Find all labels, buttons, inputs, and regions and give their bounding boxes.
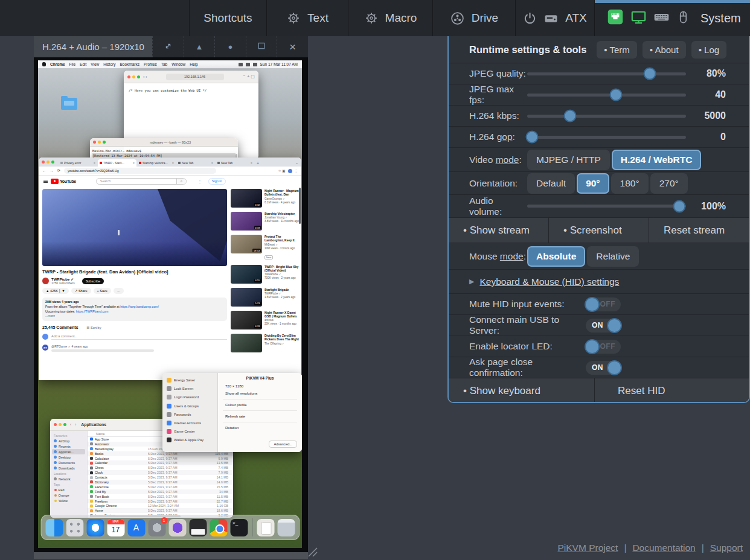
screenshot-button[interactable]: • Screenshot [548,218,649,243]
h264-gop-value: 0 [694,132,726,142]
nav-system-button[interactable]: System [594,0,750,36]
support-link[interactable]: Support [710,542,743,553]
stream-window-titlebar[interactable]: H.264 + Audio – 1920x10 ▲ ● × [34,36,308,57]
video-thumbnail: 5:23 [231,288,262,307]
orientation-option[interactable]: 90° [577,173,609,194]
jpeg-fps-label: JPEG max fps: [469,84,527,106]
dock-documents-icon [257,519,274,536]
toggle-state-label: OFF [600,342,616,351]
stream-fullscreen-button[interactable] [152,36,184,57]
mode-help-link[interactable]: mode [500,251,524,261]
desktop-folder-icon [61,98,77,110]
nav-atx-button[interactable]: ATX [515,0,594,36]
nav-macro-button[interactable]: Macro [348,0,432,36]
hid-settings-link[interactable]: Keyboard & Mouse (HID) settings [479,276,619,287]
orientation-option[interactable]: 270° [650,173,688,194]
video-mode-options: MJPEG / HTTPH.264 / WebRTC [527,150,701,170]
settings-sidebar-item: Internet Accounts [165,419,215,427]
finder-sidebar: Favourites AirDrop [50,431,88,518]
mouse-mode-option[interactable]: Relative [587,246,639,267]
more-button: ··· [114,288,124,294]
toggle-switch[interactable]: OFF [586,340,621,354]
toggle-state-label: ON [592,363,603,372]
stream-video-area[interactable]: ‹ › 192.168.1.146 ⌃ + ▢ /* Here you can … [34,57,308,552]
reset-stream-button[interactable]: Reset stream [649,218,749,243]
slider-thumb[interactable] [643,68,656,80]
show-stream-button[interactable]: • Show stream [449,218,548,243]
safari-toolbar: ‹ › 192.168.1.146 ⌃ + ▢ [124,71,258,83]
toggle-knob[interactable] [607,360,622,375]
slider-thumb[interactable] [673,200,686,212]
h264-kbps-slider[interactable] [527,115,686,118]
settings-item-icon [167,386,171,391]
mouse-mode-option[interactable]: Absolute [527,246,585,267]
nav-text-button[interactable]: Text [266,0,348,36]
reset-hid-button[interactable]: Reset HID [594,378,749,403]
video-mode-option[interactable]: MJPEG / HTTP [527,150,610,170]
jpeg-quality-label: JPEG quality: [469,68,527,79]
slider-thumb[interactable] [564,110,577,122]
mode-help-link[interactable]: mode [496,154,519,165]
video-duration: 4:55 [254,279,261,282]
nav-shortcuts-button[interactable]: Shortcuts [189,0,266,36]
show-keyboard-button[interactable]: • Show keyboard [449,378,594,403]
toggle-label: Mute HID input events: [469,299,586,310]
finder-sidebar-item: Applicati... [52,449,85,454]
about-button[interactable]: • About [643,41,686,59]
toggle-knob[interactable] [585,297,600,312]
jpeg-fps-slider[interactable] [527,94,686,97]
tab-favicon [139,162,141,164]
log-button[interactable]: • Log [691,41,726,59]
youtube-sidebar: 4:32 Night Runner - Magnum Bullets (feat… [231,189,300,357]
video-mode-option[interactable]: H.264 / WebRTC [612,150,702,170]
nav-shortcuts-label: Shortcuts [204,11,252,25]
terminal-line: Masina-Mac-mini:~ mdevaev$ [92,148,236,153]
video-actions: ▲ 425K │ ▼ ↗ Share + Save ··· [42,288,227,294]
toggle-knob[interactable] [585,339,600,354]
menubar-item: Bookmarks [120,62,139,66]
settings-sidebar-item: Passwords [165,410,215,419]
toggle-switch[interactable]: ON [586,319,621,332]
h264-gop-slider[interactable] [527,136,686,139]
suggested-video-channel: TWRPtube ✓ [264,273,300,276]
tab-close-icon: × [172,161,174,165]
monitor-status-icon [630,9,647,28]
audio-volume-slider[interactable] [527,205,686,208]
documentation-link[interactable]: Documentation [632,542,695,553]
orientation-option[interactable]: Default [527,173,575,194]
suggested-video-title: Starlight Brigade [264,288,300,291]
gear-icon [286,11,301,25]
stream-raise-button[interactable]: ▲ [184,36,215,57]
resize-handle[interactable] [307,546,319,560]
finder-tag-item: Red [52,487,85,492]
macos-dock: MAR 17 A 1 >_ [40,515,300,540]
suggested-video-channel: The Offspring ✓ [264,342,300,345]
pikvm-project-link[interactable]: PiKVM Project [557,542,618,553]
slider-thumb[interactable] [610,89,623,101]
slider-thumb[interactable] [525,131,538,144]
suggested-video-meta: 700K views · 2 years ago [264,276,300,279]
orientation-option[interactable]: 180° [611,173,649,194]
nav-drive-button[interactable]: Drive [432,0,515,36]
nav-text-label: Text [307,11,329,25]
dock-appstore-icon: A [127,519,145,536]
stream-close-button[interactable]: × [277,36,308,57]
file-date: 5 Dec 2023, 9:37 AM [148,490,204,494]
toggle-switch[interactable]: ON [586,361,621,375]
toggle-knob[interactable] [607,318,622,333]
stream-maximize-button[interactable] [246,36,277,57]
menubar-clock: Sun 17 Mar 11:07 AM [260,62,298,66]
finder-file-row: Calculator 5 Dec 2023, 9:37 AM 9.9 MB [88,456,233,461]
file-date: 12 Mar 2024, 3:24 AM [148,504,204,508]
toggle-label: Enable locator LED: [469,341,586,352]
stream-center-button[interactable]: ● [214,36,246,57]
terminal-button[interactable]: • Term [597,41,636,59]
toggle-switch[interactable]: OFF [586,298,621,311]
stream-window: H.264 + Audio – 1920x10 ▲ ● × [34,36,308,559]
jpeg-quality-slider[interactable] [527,72,686,75]
dock-chrome-icon [210,519,227,536]
gop-help-link[interactable]: gop [497,132,513,142]
finder-file-row: Dictionary 5 Dec 2023, 9:37 AM 14.6 MB [88,480,233,485]
sidebar-item-icon [54,456,57,459]
file-size: 13.5 MB [204,461,233,465]
